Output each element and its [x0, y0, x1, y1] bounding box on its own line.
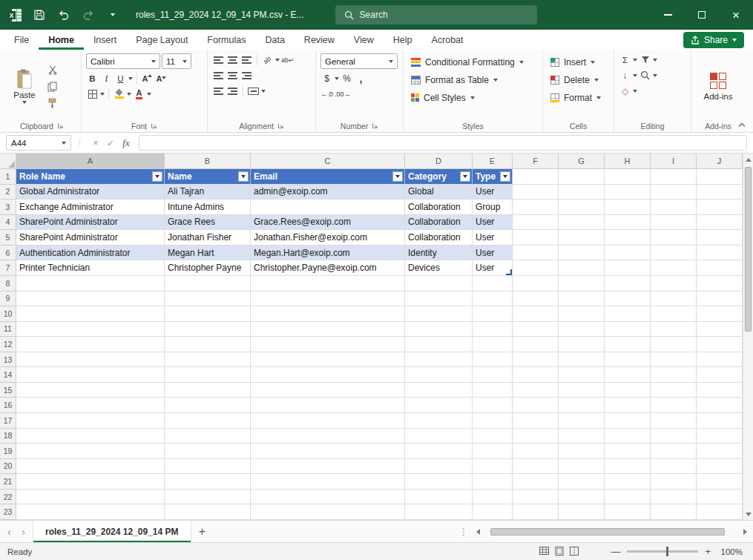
- cell-B14[interactable]: [165, 367, 251, 383]
- insert-cells-button[interactable]: Insert: [548, 53, 609, 70]
- cell-F10[interactable]: [513, 306, 559, 322]
- cell-E15[interactable]: [473, 383, 513, 398]
- row-header-13[interactable]: 13: [0, 352, 16, 368]
- formula-bar-splitter[interactable]: ⋮: [76, 138, 84, 148]
- row-header-11[interactable]: 11: [0, 322, 16, 337]
- column-header-B[interactable]: B: [165, 154, 251, 169]
- row-header-14[interactable]: 14: [0, 367, 16, 383]
- cell-A10[interactable]: [16, 306, 165, 322]
- cell-D3[interactable]: Collaboration: [405, 200, 473, 215]
- cell-A13[interactable]: [16, 352, 165, 368]
- cell-E14[interactable]: [473, 367, 513, 383]
- cell-H2[interactable]: [605, 185, 651, 200]
- insert-function-button[interactable]: fx: [118, 137, 134, 149]
- cell-B12[interactable]: [165, 337, 251, 352]
- cell-G1[interactable]: [559, 169, 605, 185]
- cell-J14[interactable]: [697, 367, 743, 383]
- cell-F16[interactable]: [513, 398, 559, 413]
- cell-J19[interactable]: [697, 444, 743, 459]
- cell-F22[interactable]: [513, 490, 559, 505]
- cell-C13[interactable]: [251, 352, 405, 368]
- borders-button[interactable]: [86, 88, 99, 100]
- cell-C1[interactable]: Email: [251, 169, 405, 185]
- maximize-button[interactable]: [685, 0, 719, 30]
- cell-A22[interactable]: [16, 490, 165, 505]
- zoom-level[interactable]: 100%: [717, 547, 743, 556]
- cell-G14[interactable]: [559, 367, 605, 383]
- cell-F7[interactable]: [513, 260, 559, 276]
- cell-H16[interactable]: [605, 398, 651, 413]
- cell-I11[interactable]: [651, 322, 697, 337]
- clipboard-dialog-launcher[interactable]: [57, 122, 64, 129]
- cell-I1[interactable]: [651, 169, 697, 185]
- ribbon-tab-page-layout[interactable]: Page Layout: [126, 30, 197, 50]
- cell-G9[interactable]: [559, 291, 605, 307]
- cell-B23[interactable]: [165, 504, 251, 520]
- cell-J17[interactable]: [697, 413, 743, 429]
- cell-J12[interactable]: [697, 337, 743, 352]
- cell-F9[interactable]: [513, 291, 559, 307]
- row-header-18[interactable]: 18: [0, 429, 16, 444]
- row-header-4[interactable]: 4: [0, 215, 16, 231]
- row-header-7[interactable]: 7: [0, 260, 16, 276]
- row-header-6[interactable]: 6: [0, 246, 16, 261]
- alignment-dialog-launcher[interactable]: [277, 122, 284, 129]
- wrap-text-button[interactable]: ab↵: [281, 53, 294, 66]
- tab-bar-splitter[interactable]: ⋮: [459, 527, 468, 537]
- cell-D14[interactable]: [405, 367, 473, 383]
- orientation-button[interactable]: ab: [261, 53, 274, 66]
- cell-F6[interactable]: [513, 246, 559, 261]
- cell-C19[interactable]: [251, 444, 405, 459]
- cell-H21[interactable]: [605, 474, 651, 490]
- cell-A2[interactable]: Global Administrator: [16, 185, 165, 200]
- cell-G17[interactable]: [559, 413, 605, 429]
- cell-G7[interactable]: [559, 260, 605, 276]
- increase-decimal-button[interactable]: ←.0: [320, 88, 333, 100]
- align-top-button[interactable]: [212, 53, 225, 66]
- cell-G23[interactable]: [559, 504, 605, 520]
- scroll-left-button[interactable]: [473, 529, 483, 535]
- cell-C10[interactable]: [251, 306, 405, 322]
- cell-H23[interactable]: [605, 504, 651, 520]
- cell-J4[interactable]: [697, 215, 743, 231]
- cell-I3[interactable]: [651, 200, 697, 215]
- format-cells-button[interactable]: Format: [548, 89, 609, 106]
- cell-A16[interactable]: [16, 398, 165, 413]
- align-bottom-button[interactable]: [240, 53, 253, 66]
- cell-D5[interactable]: Collaboration: [405, 230, 473, 246]
- cell-J13[interactable]: [697, 352, 743, 368]
- underline-button[interactable]: U: [114, 72, 127, 85]
- row-header-12[interactable]: 12: [0, 337, 16, 352]
- cell-B22[interactable]: [165, 490, 251, 505]
- cell-C6[interactable]: Megan.Hart@exoip.com: [251, 246, 405, 261]
- cell-F12[interactable]: [513, 337, 559, 352]
- cell-H20[interactable]: [605, 459, 651, 475]
- cell-G13[interactable]: [559, 352, 605, 368]
- cell-F17[interactable]: [513, 413, 559, 429]
- cell-A23[interactable]: [16, 504, 165, 520]
- accounting-format-button[interactable]: $: [320, 72, 333, 85]
- column-header-J[interactable]: J: [697, 154, 743, 169]
- cell-E1[interactable]: Type: [473, 169, 513, 185]
- ribbon-tab-review[interactable]: Review: [295, 30, 344, 50]
- cell-styles-button[interactable]: Cell Styles: [408, 89, 538, 106]
- row-header-1[interactable]: 1: [0, 169, 16, 185]
- cell-D2[interactable]: Global: [405, 185, 473, 200]
- cell-B8[interactable]: [165, 276, 251, 291]
- cell-I18[interactable]: [651, 429, 697, 444]
- autosum-button[interactable]: Σ: [619, 53, 631, 66]
- delete-cells-button[interactable]: Delete: [548, 71, 609, 88]
- ribbon-tab-formulas[interactable]: Formulas: [197, 30, 255, 50]
- bold-button[interactable]: B: [86, 72, 99, 85]
- cell-A17[interactable]: [16, 413, 165, 429]
- excel-logo-icon[interactable]: X: [7, 7, 22, 23]
- cell-F2[interactable]: [513, 185, 559, 200]
- cell-H15[interactable]: [605, 383, 651, 398]
- increase-indent-button[interactable]: [226, 85, 239, 97]
- cell-G20[interactable]: [559, 459, 605, 475]
- cell-I19[interactable]: [651, 444, 697, 459]
- sort-filter-button[interactable]: [639, 53, 651, 66]
- cell-G2[interactable]: [559, 185, 605, 200]
- cell-F11[interactable]: [513, 322, 559, 337]
- cell-I13[interactable]: [651, 352, 697, 368]
